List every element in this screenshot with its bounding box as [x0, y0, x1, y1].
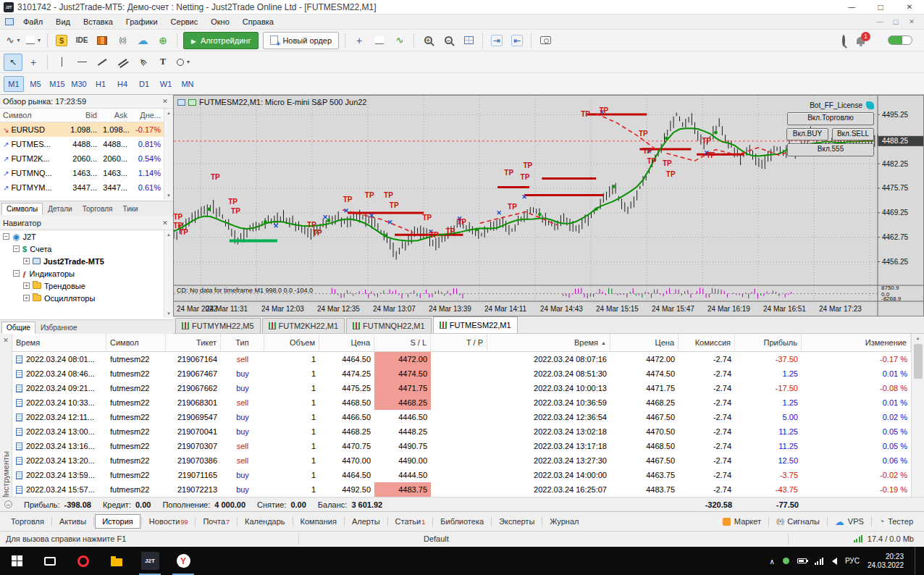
mdi-close-button[interactable] — [904, 16, 920, 28]
timeframe-M30[interactable]: M30 — [69, 76, 89, 92]
library-button[interactable] — [93, 32, 112, 49]
horizontal-line-tool[interactable] — [72, 54, 91, 71]
tool-VPS[interactable]: ☁VPS — [828, 516, 870, 527]
zoom-in-button[interactable]: + — [419, 32, 437, 49]
expander-icon[interactable]: − — [3, 233, 9, 240]
history-column-10[interactable]: Комиссия — [679, 334, 735, 351]
chart-tab-FUTM2KH22,M1[interactable]: FUTM2KH22,M1 — [262, 318, 345, 333]
clock[interactable]: 20:2324.03.2022 — [868, 553, 904, 570]
new-chart-dropdown[interactable] — [24, 32, 43, 49]
toolbox-tab-Компания[interactable]: Компания — [294, 514, 343, 529]
text-tool[interactable]: T — [154, 54, 172, 71]
task-view-button[interactable] — [33, 547, 67, 575]
tab-Символы[interactable]: Символы — [1, 203, 43, 215]
minimize-button[interactable] — [837, 0, 866, 14]
tab-Общие[interactable]: Общие — [1, 322, 35, 334]
enable-555-button[interactable]: Вкл.555 — [787, 143, 874, 156]
zoom-out-button[interactable]: − — [439, 32, 458, 49]
history-column-9[interactable]: Цена — [610, 334, 679, 351]
community-button[interactable]: ⊕ — [154, 32, 172, 49]
timeframe-MN[interactable]: MN — [177, 76, 198, 92]
collapse-icon[interactable] — [4, 500, 12, 508]
metaeditor-button[interactable]: IDE — [72, 32, 91, 49]
menu-item-Справка[interactable]: Справка — [236, 15, 280, 28]
toolbox-tab-Торговля[interactable]: Торговля — [4, 514, 51, 529]
history-column-3[interactable]: Тип — [221, 334, 264, 351]
chart-tab-FUTMYMH22,M5[interactable]: FUTMYMH22,M5 — [175, 318, 261, 333]
history-column-7[interactable]: T / P — [431, 334, 487, 351]
history-column-8[interactable]: Время — [487, 334, 610, 351]
tree-item-Счета[interactable]: −$Счета — [0, 243, 173, 255]
menu-item-Окно[interactable]: Окно — [204, 15, 236, 28]
history-column-6[interactable]: S / L — [374, 334, 431, 351]
title-bar[interactable]: J2T 3101742 - Just2Trade-MT5: Демо-счет … — [0, 0, 924, 14]
history-column-4[interactable]: Объем — [264, 334, 319, 351]
tray-expand-icon[interactable] — [770, 557, 775, 566]
timeframe-W1[interactable]: W1 — [156, 76, 176, 92]
explorer-app[interactable] — [100, 547, 133, 575]
timeframe-D1[interactable]: D1 — [134, 76, 154, 92]
table-row[interactable]: 2022.03.24 08:01...futmesm22219067164sel… — [12, 352, 911, 366]
auto-scroll-button[interactable]: ⇥ — [487, 32, 506, 49]
tree-item-Трендовые[interactable]: +Трендовые — [0, 280, 173, 292]
market-watch-row[interactable]: EURUSD1.098...1.098...-0.17% — [0, 122, 173, 137]
status-profile[interactable]: Default — [424, 534, 449, 543]
history-column-2[interactable]: Тикет — [166, 334, 221, 351]
new-order-button[interactable]: Новый ордер — [263, 32, 339, 49]
menu-item-Файл[interactable]: Файл — [17, 15, 49, 28]
battery-icon[interactable] — [797, 558, 807, 563]
screenshot-button[interactable] — [536, 32, 555, 49]
pitchfork-tool[interactable]: ⋔ — [133, 54, 152, 71]
scroll-up-icon[interactable] — [167, 230, 171, 239]
algotrading-button[interactable]: Алготрейдинг — [183, 32, 259, 49]
toolbox-tab-Новости[interactable]: Новости99 — [143, 514, 195, 529]
zigzag-button[interactable]: ∿ — [390, 32, 409, 49]
table-row[interactable]: 2022.03.24 10:33...futmesm22219068301sel… — [12, 395, 911, 410]
menu-item-Вид[interactable]: Вид — [49, 15, 77, 28]
chart-type-dropdown[interactable]: ∿ — [4, 32, 22, 49]
scroll-up-icon[interactable] — [167, 109, 171, 117]
timeframe-H1[interactable]: H1 — [91, 76, 111, 92]
expander-icon[interactable]: − — [13, 270, 20, 277]
tree-item-Осцилляторы[interactable]: +Осцилляторы — [0, 292, 173, 304]
navigator-scrollbar[interactable] — [164, 230, 173, 318]
j2t-app[interactable]: J2T — [133, 547, 167, 575]
notifications-button[interactable]: 1 — [857, 37, 865, 44]
yandex-app[interactable]: Y — [167, 547, 200, 575]
search-button[interactable] — [842, 36, 845, 45]
scroll-down-icon[interactable] — [167, 191, 171, 200]
history-column-1[interactable]: Символ — [106, 334, 166, 351]
toolbox-tab-Библиотека[interactable]: Библиотека — [434, 514, 490, 529]
history-column-5[interactable]: Цена — [319, 334, 374, 351]
toolbox-tab-Почта[interactable]: Почта7 — [196, 514, 236, 529]
tool-Маркет[interactable]: Маркет — [716, 517, 768, 526]
chart-tab-FUTMESM22,M1[interactable]: FUTMESM22,M1 — [433, 316, 518, 333]
column-header-0[interactable]: Символ — [0, 111, 67, 119]
history-column-11[interactable]: Прибыль — [735, 334, 802, 351]
tool-Сигналы[interactable]: ((•))Сигналы — [770, 517, 826, 526]
tab-Избранное[interactable]: Избранное — [35, 322, 83, 334]
market-watch-scrollbar[interactable] — [164, 109, 173, 200]
tab-Тики[interactable]: Тики — [117, 203, 143, 215]
shapes-tool-dropdown[interactable] — [174, 54, 193, 71]
table-row[interactable]: 2022.03.24 13:20...futmesm22219070386sel… — [12, 453, 911, 468]
expander-icon[interactable]: + — [23, 258, 30, 264]
menu-item-Сервис[interactable]: Сервис — [164, 15, 205, 28]
enable-trading-button[interactable]: Вкл.Торговлю — [787, 112, 874, 125]
mdi-restore-button[interactable] — [888, 16, 904, 28]
table-row[interactable]: 2022.03.24 09:21...futmesm22219067662buy… — [12, 381, 911, 395]
column-header-1[interactable]: Bid — [67, 111, 100, 119]
close-icon[interactable] — [3, 337, 9, 344]
column-header-2[interactable]: Ask — [100, 111, 130, 119]
enable-buy-button[interactable]: Вкл.BUY — [786, 128, 828, 140]
scroll-down-icon[interactable] — [167, 309, 171, 318]
close-button[interactable] — [895, 0, 924, 14]
table-row[interactable]: 2022.03.24 15:57...futmesm22219072213buy… — [12, 482, 911, 497]
cloud-button[interactable]: ☁ — [133, 32, 152, 49]
volume-icon[interactable] — [832, 558, 837, 565]
history-column-0[interactable]: Время — [12, 334, 106, 351]
channel-tool[interactable] — [113, 54, 132, 71]
timeframe-M5[interactable]: M5 — [25, 76, 46, 92]
column-header-3[interactable]: Дне... — [130, 111, 164, 119]
timeframe-M1[interactable]: M1 — [4, 76, 24, 92]
